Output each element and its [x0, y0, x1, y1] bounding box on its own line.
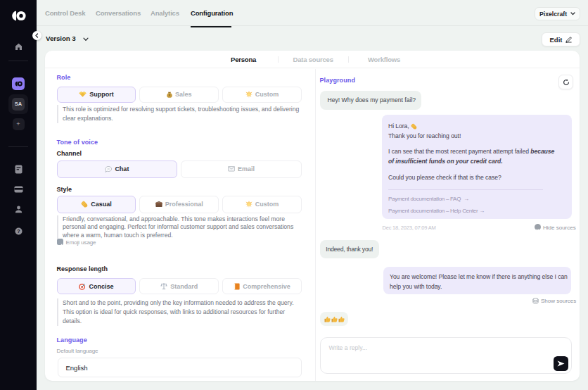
svg-text:?: ?	[17, 229, 20, 234]
